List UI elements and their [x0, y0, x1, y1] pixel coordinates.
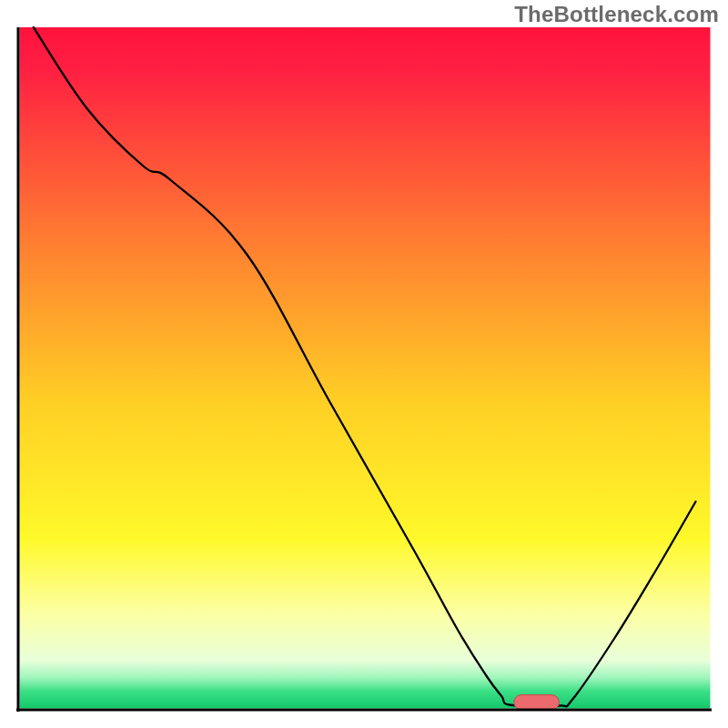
gradient-background [20, 27, 711, 709]
plot-area [16, 27, 712, 712]
chart-svg [0, 0, 728, 728]
watermark-text: TheBottleneck.com [514, 2, 719, 27]
optimal-range-marker [514, 695, 560, 711]
chart-frame: TheBottleneck.com [0, 0, 728, 728]
